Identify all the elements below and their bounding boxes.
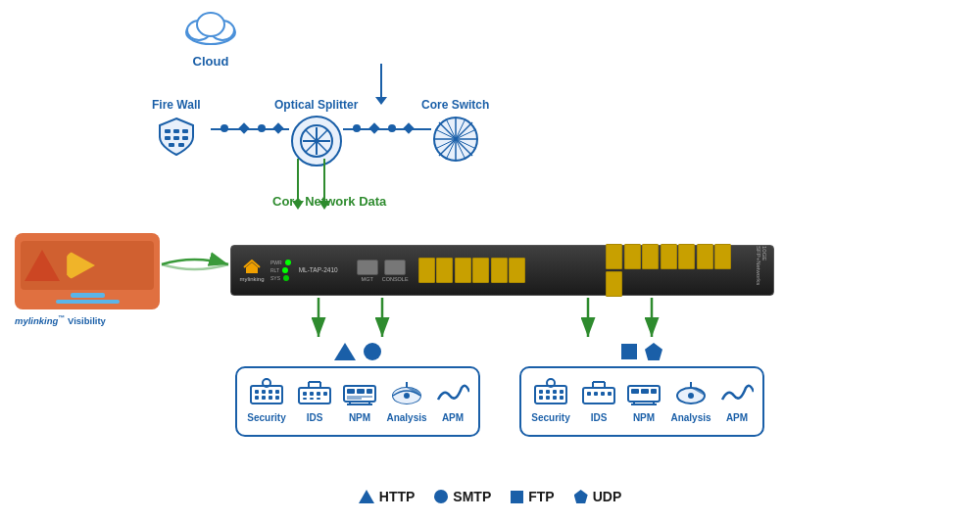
diamond1	[238, 122, 249, 133]
svg-rect-5	[173, 129, 179, 133]
tap-to-right-group-arrows	[500, 296, 774, 345]
splitter-group: Optical Splitter	[274, 98, 358, 166]
svg-rect-72	[546, 390, 550, 394]
svg-point-3	[197, 13, 224, 36]
firewall-group: Fire Wall	[152, 98, 201, 161]
dot4	[388, 124, 396, 132]
svg-rect-51	[303, 398, 307, 400]
network-diagram: Cloud Fire Wall	[0, 0, 980, 522]
header-pentagon-icon	[645, 343, 662, 360]
svg-rect-94	[651, 389, 657, 394]
monitor-pacman-shape	[64, 250, 95, 281]
tap-model-label: ML-TAP-2410	[299, 266, 353, 274]
svg-rect-74	[560, 390, 564, 394]
firewall-icon	[152, 116, 201, 161]
dot2	[258, 124, 266, 132]
header-triangle-icon	[334, 343, 356, 360]
output-item-apm-right: APM	[719, 378, 755, 425]
firewall-label: Fire Wall	[152, 98, 201, 112]
tap-port-console: CONSOLE	[382, 260, 409, 282]
cloud-label: Cloud	[181, 54, 240, 69]
output-group-right: Security IDS	[519, 343, 764, 437]
output-item-security-right: Security	[529, 378, 572, 425]
dot1	[220, 124, 228, 132]
tap-device: mylinking PWR RLT SYS ML-TAP-2410 MGT	[230, 245, 774, 296]
monitor-section: mylinking™ Visibility	[15, 233, 167, 328]
svg-rect-62	[357, 389, 365, 394]
legend-ftp-label: FTP	[528, 489, 554, 504]
svg-rect-63	[367, 389, 372, 394]
legend-http: HTTP	[359, 489, 416, 504]
tap-port-mgt: MGT	[357, 260, 378, 282]
header-circle-icon	[364, 343, 381, 360]
svg-rect-4	[165, 129, 171, 133]
right-group-header	[519, 343, 764, 360]
monitor-label: mylinking™ Visibility	[15, 313, 167, 328]
left-group-header	[235, 343, 480, 360]
svg-rect-9	[182, 136, 188, 140]
svg-rect-41	[262, 396, 266, 400]
svg-rect-71	[539, 390, 543, 394]
switch-label: Core Switch	[421, 98, 489, 112]
svg-rect-6	[182, 129, 188, 133]
output-item-npm-right: NPM	[625, 378, 662, 425]
svg-rect-82	[594, 392, 598, 396]
output-item-npm-left: NPM	[341, 378, 378, 425]
svg-rect-48	[310, 392, 314, 396]
svg-rect-47	[303, 392, 307, 396]
svg-rect-35	[251, 386, 282, 403]
svg-rect-40	[255, 396, 259, 400]
legend-ftp: FTP	[511, 489, 554, 504]
legend-square-icon	[511, 491, 523, 503]
svg-rect-8	[173, 136, 179, 140]
cloud-icon	[181, 5, 240, 52]
output-item-ids-right: IDS	[580, 378, 617, 425]
tap-sfp-group2	[606, 244, 748, 297]
legend-triangle-icon	[359, 490, 374, 503]
cloud-to-firewall-arrow	[380, 64, 382, 98]
svg-rect-11	[178, 143, 184, 147]
svg-rect-93	[641, 389, 649, 394]
output-item-analysis-left: Analysis	[386, 378, 427, 425]
svg-rect-49	[317, 392, 320, 396]
monitor-box	[15, 233, 160, 309]
svg-point-96	[688, 393, 694, 399]
svg-rect-42	[269, 396, 272, 400]
svg-rect-92	[631, 389, 639, 394]
svg-rect-7	[165, 136, 171, 140]
switch-group: Core Switch	[421, 98, 489, 166]
svg-rect-81	[587, 392, 591, 396]
tap-right-label: 10GE SFP+Networks	[756, 246, 767, 295]
svg-rect-61	[347, 389, 355, 394]
tap-brand: mylinking	[237, 260, 267, 282]
svg-rect-70	[535, 386, 566, 403]
splitter-arrow-left	[297, 159, 299, 202]
output-item-analysis-right: Analysis	[670, 378, 711, 425]
svg-rect-52	[310, 398, 314, 400]
output-group-left: Security IDS	[235, 343, 480, 437]
svg-point-68	[404, 393, 410, 399]
tap-sfp-group1	[418, 258, 546, 283]
legend-udp-label: UDP	[593, 489, 622, 504]
monitor-base	[56, 300, 120, 304]
svg-rect-77	[553, 396, 557, 400]
left-output-box: Security IDS	[235, 366, 480, 437]
switch-icon	[421, 116, 489, 166]
tap-to-left-group-arrows	[230, 296, 505, 345]
diamond3	[368, 122, 379, 133]
header-square-icon	[621, 344, 637, 359]
tap-indicators: PWR RLT SYS	[270, 260, 291, 281]
svg-rect-50	[323, 392, 327, 396]
splitter-label: Optical Splitter	[274, 98, 358, 112]
monitor-triangle-shape	[24, 250, 60, 281]
monitor-to-tap-arrow	[160, 250, 233, 279]
svg-rect-10	[169, 143, 174, 147]
svg-rect-36	[255, 390, 259, 394]
svg-rect-39	[275, 390, 279, 394]
splitter-arrow-right	[323, 159, 325, 202]
legend-smtp-label: SMTP	[453, 489, 491, 504]
legend-http-label: HTTP	[379, 489, 416, 504]
svg-rect-38	[269, 390, 272, 394]
svg-rect-53	[317, 398, 320, 400]
output-item-apm-left: APM	[435, 378, 470, 425]
